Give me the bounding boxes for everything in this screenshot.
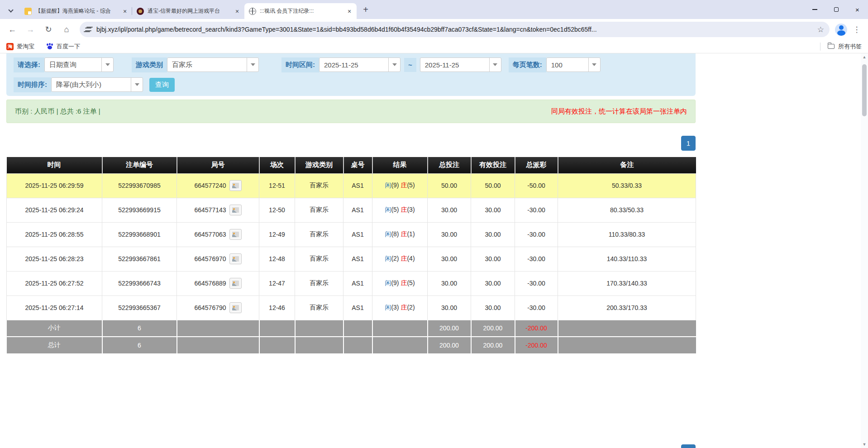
replay-image-icon xyxy=(232,183,239,188)
maximize-button[interactable] xyxy=(825,0,847,19)
tab-search-button[interactable] xyxy=(5,3,17,16)
empty-cell xyxy=(295,337,343,353)
total-label-cell: 总计 xyxy=(7,337,102,353)
round-media-button[interactable] xyxy=(229,205,242,215)
page-1-button[interactable]: 1 xyxy=(681,136,696,151)
round-media-button[interactable] xyxy=(229,229,242,240)
all-bookmarks-button[interactable]: 所有书签 xyxy=(820,43,862,51)
result-cell: 闲(3) 庄(2) xyxy=(372,295,428,320)
date-range-label: 时间区间: xyxy=(281,57,319,72)
table-no-cell: AS1 xyxy=(343,271,372,295)
url-text[interactable]: bjbj.xyz/ipl/portal.php/game/betrecord_s… xyxy=(96,26,813,33)
home-button[interactable]: ⌂ xyxy=(59,22,74,37)
currency-summary-text: 币别 : 人民币 | 总共 :6 注单 | xyxy=(15,107,100,116)
baidu-paw-icon xyxy=(46,43,53,50)
profile-avatar[interactable] xyxy=(835,24,847,36)
close-button[interactable]: × xyxy=(847,0,868,19)
table-header-row: 时间注单编号局号场次游戏类别桌号结果总投注有效投注总派彩备注 xyxy=(7,157,696,173)
page-1-button[interactable]: 1 xyxy=(681,444,696,448)
bookmark-aitaobao[interactable]: 淘 爱淘宝 xyxy=(6,43,34,51)
result-banker: 庄(5) xyxy=(401,181,415,189)
result-cell: 闲(9) 庄(5) xyxy=(372,173,428,198)
remark-cell: 170.33/140.33 xyxy=(558,271,696,295)
replay-image-icon xyxy=(232,256,239,262)
valid-bet-cell: 30.00 xyxy=(471,222,515,247)
all-bookmarks-label: 所有书签 xyxy=(838,43,862,51)
search-button[interactable]: 查询 xyxy=(149,78,175,92)
bookmark-baidu[interactable]: 百度一下 xyxy=(46,43,80,51)
round-media-button[interactable] xyxy=(229,180,242,191)
bet-id-cell: 522993665367 xyxy=(102,295,177,320)
total-count-cell: 6 xyxy=(102,320,177,337)
total-label-cell: 小计 xyxy=(7,320,102,337)
page-size-select[interactable]: 100 xyxy=(546,57,601,72)
site-info-icon[interactable] xyxy=(85,27,92,32)
total-bet-cell[interactable]: 30.00 xyxy=(428,247,471,271)
round-media-button[interactable] xyxy=(229,253,242,264)
window-controls: × xyxy=(804,0,868,19)
query-type-select[interactable]: 日期查询 xyxy=(44,57,114,72)
round-cell: 664577143 xyxy=(177,198,259,222)
empty-cell xyxy=(558,337,696,353)
date-to-select[interactable]: 2025-11-25 xyxy=(420,57,501,72)
summary-bar: 币别 : 人民币 | 总共 :6 注单 | 同局有效投注，统一计算在该局第一张注… xyxy=(6,100,696,123)
round-cell: 664577240 xyxy=(177,173,259,198)
tab-close-icon[interactable]: × xyxy=(121,8,129,15)
result-player: 闲(3) xyxy=(385,304,399,311)
minimize-button[interactable] xyxy=(804,0,825,19)
tab-bet-records-active[interactable]: :::视讯 会员下注纪录::: × xyxy=(244,3,357,19)
total-count-cell: 6 xyxy=(102,337,177,353)
scrollbar-thumb[interactable] xyxy=(862,64,867,116)
address-bar[interactable]: bjbj.xyz/ipl/portal.php/game/betrecord_s… xyxy=(80,22,830,37)
tab-forum[interactable]: 【新提醒】海燕策略论坛 - 综合 × xyxy=(20,3,132,19)
new-tab-button[interactable]: + xyxy=(359,3,372,16)
scroll-up-icon[interactable]: ▲ xyxy=(861,53,868,61)
table-row: 2025-11-25 06:27:14522993665367664576790… xyxy=(7,295,696,320)
table-no-cell: AS1 xyxy=(343,222,372,247)
chevron-down-icon xyxy=(247,58,258,71)
column-header: 结果 xyxy=(372,157,428,173)
forward-button[interactable]: → xyxy=(23,22,38,37)
tab-tongbao[interactable]: 通宝-信誉最好的网上游戏平台 × xyxy=(132,3,244,19)
total-bet-sum-cell: 200.00 xyxy=(428,337,471,353)
vertical-scrollbar[interactable]: ▲ ▼ xyxy=(861,53,868,448)
time-cell: 2025-11-25 06:29:24 xyxy=(7,198,102,222)
tab-close-icon[interactable]: × xyxy=(346,8,353,15)
total-bet-cell[interactable]: 30.00 xyxy=(428,198,471,222)
total-bet-cell[interactable]: 30.00 xyxy=(428,295,471,320)
date-from-select[interactable]: 2025-11-25 xyxy=(319,57,401,72)
scroll-down-icon[interactable]: ▼ xyxy=(861,441,868,448)
result-banker: 庄(2) xyxy=(401,304,415,311)
tab-close-icon[interactable]: × xyxy=(234,8,241,15)
bookmark-star-icon[interactable]: ☆ xyxy=(817,25,824,34)
bet-id-cell: 522993670985 xyxy=(102,173,177,198)
bookmarks-bar: 淘 爱淘宝 百度一下 所有书签 xyxy=(0,40,868,53)
round-media-button[interactable] xyxy=(229,302,242,313)
bet-id-cell: 522993666743 xyxy=(102,271,177,295)
total-bet-cell[interactable]: 30.00 xyxy=(428,271,471,295)
back-button[interactable]: ← xyxy=(5,22,20,37)
remark-cell: 50.33/0.33 xyxy=(558,173,696,198)
round-id-wrap: 664576889 xyxy=(177,278,259,289)
empty-cell xyxy=(295,320,343,337)
game-type-cell: 百家乐 xyxy=(295,198,343,222)
chevron-down-icon xyxy=(388,58,400,71)
empty-cell xyxy=(259,320,295,337)
browser-menu-icon[interactable]: ⋮ xyxy=(850,25,863,34)
round-id-wrap: 664576790 xyxy=(177,302,259,313)
tab-title: 【新提醒】海燕策略论坛 - 综合 xyxy=(35,7,118,15)
reload-button[interactable]: ↻ xyxy=(41,22,56,37)
session-cell: 12-46 xyxy=(259,295,295,320)
table-row: 2025-11-25 06:28:23522993667861664576970… xyxy=(7,247,696,271)
empty-cell xyxy=(177,337,259,353)
game-type-select[interactable]: 百家乐 xyxy=(167,57,259,72)
total-bet-cell[interactable]: 50.00 xyxy=(428,173,471,198)
sort-select[interactable]: 降幂(由大到小) xyxy=(51,77,143,92)
table-row: 2025-11-25 06:28:55522993668901664577063… xyxy=(7,222,696,247)
table-no-cell: AS1 xyxy=(343,247,372,271)
empty-cell xyxy=(372,320,428,337)
round-media-button[interactable] xyxy=(229,278,242,289)
game-type-cell: 百家乐 xyxy=(295,271,343,295)
result-banker: 庄(4) xyxy=(401,255,415,262)
total-bet-cell[interactable]: 30.00 xyxy=(428,222,471,247)
